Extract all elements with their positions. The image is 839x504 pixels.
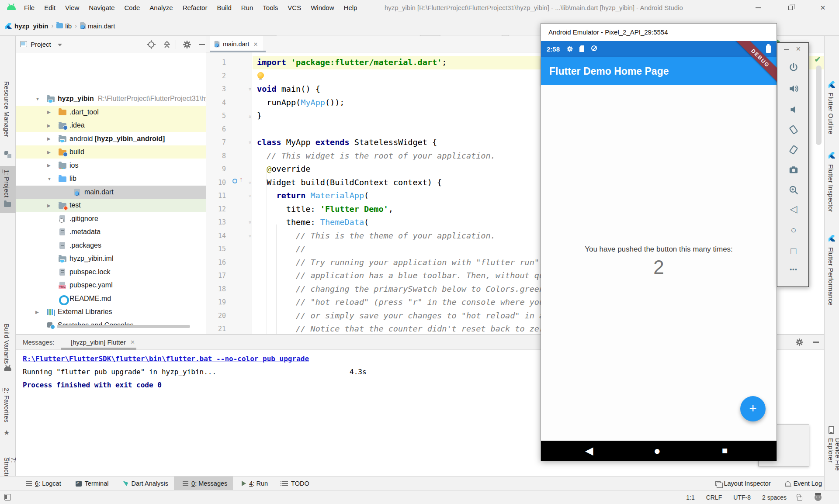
code-line-9[interactable]: @override bbox=[257, 162, 311, 176]
tree-row-readme-md[interactable]: README.md bbox=[16, 292, 206, 305]
toolwindow-button-todo[interactable]: TODO bbox=[274, 476, 315, 490]
more-options-button[interactable]: ••• bbox=[788, 264, 799, 275]
code-line-8[interactable]: // This widget is the root of your appli… bbox=[257, 149, 496, 163]
window-minimize-button[interactable] bbox=[748, 0, 768, 16]
override-method-icon[interactable] bbox=[232, 179, 237, 183]
code-line-4[interactable]: runApp(MyApp()); bbox=[257, 96, 345, 110]
status-2-spaces[interactable]: 2 spaces bbox=[762, 494, 787, 501]
fold-marker-icon[interactable]: ▵ bbox=[247, 109, 253, 123]
toolwindow-button-terminal[interactable]: Terminal bbox=[67, 476, 114, 490]
menu-edit[interactable]: Edit bbox=[39, 0, 60, 16]
tree-closed-arrow-icon[interactable]: ▶ bbox=[47, 150, 59, 155]
window-restore-button[interactable] bbox=[780, 0, 801, 16]
menu-analyze[interactable]: Analyze bbox=[145, 0, 177, 16]
code-line-20[interactable]: // or simply save your changes to "hot r… bbox=[257, 309, 544, 323]
panel-minimize-icon[interactable] bbox=[784, 49, 789, 50]
code-line-14[interactable]: // This is the theme of your application… bbox=[257, 229, 496, 243]
volume-down-button[interactable] bbox=[788, 104, 799, 115]
unlocked-icon[interactable] bbox=[797, 497, 802, 501]
hide-panel-icon[interactable] bbox=[813, 342, 819, 343]
status-1-1[interactable]: 1:1 bbox=[686, 494, 694, 501]
tree-open-arrow-icon[interactable]: ▼ bbox=[47, 176, 59, 181]
code-line-1[interactable]: import 'package:flutter/material.dart'; bbox=[257, 56, 447, 69]
rotate-left-button[interactable] bbox=[788, 124, 799, 135]
tool-button-flutter-inspector[interactable]: Flutter Inspector bbox=[827, 164, 834, 212]
tree-row-test[interactable]: ▶test bbox=[16, 199, 206, 212]
code-line-12[interactable]: title: 'Flutter Demo', bbox=[257, 203, 393, 216]
breadcrumb-file[interactable]: main.dart bbox=[88, 22, 115, 30]
tree-row-pubspec-lock[interactable]: pubspec.lock bbox=[16, 266, 206, 279]
tree-row-build[interactable]: ▶build bbox=[16, 145, 206, 159]
fold-marker-icon[interactable]: ▿ bbox=[247, 216, 253, 229]
fold-marker-icon[interactable]: ▿ bbox=[247, 83, 253, 96]
code-line-16[interactable]: // Try running your application with "fl… bbox=[257, 256, 544, 269]
code-line-3[interactable]: void main() { bbox=[257, 83, 320, 96]
tree-row-main-dart[interactable]: main.dart bbox=[16, 186, 206, 199]
toolwindow-toggle-icon[interactable] bbox=[4, 494, 11, 501]
gear-icon[interactable] bbox=[795, 338, 804, 348]
toolwindow-button-0-messages[interactable]: 0: Messages bbox=[174, 476, 233, 490]
code-line-7[interactable]: class MyApp extends StatelessWidget { bbox=[257, 136, 437, 149]
overview-button[interactable]: □ bbox=[788, 245, 799, 257]
tool-button-flutter-performance[interactable]: Flutter Performance bbox=[827, 247, 834, 306]
tree-row-packages[interactable]: .packages bbox=[16, 239, 206, 252]
tool-button-flutter-outline[interactable]: Flutter Outline bbox=[827, 93, 834, 135]
tree-row-pubspec-yaml[interactable]: pubspec.yaml bbox=[16, 279, 206, 292]
menu-code[interactable]: Code bbox=[119, 0, 145, 16]
tree-row-hyzp-yibin[interactable]: ▼hyzp_yibinR:\FlutterProject\FlutterProj… bbox=[16, 92, 206, 105]
intention-bulb-icon[interactable] bbox=[257, 72, 264, 79]
menu-tools[interactable]: Tools bbox=[258, 0, 283, 16]
inspections-ok-check-icon[interactable]: ✔ bbox=[815, 55, 821, 64]
tree-closed-arrow-icon[interactable]: ▶ bbox=[47, 110, 59, 114]
nav-recents-button[interactable]: ■ bbox=[722, 441, 728, 461]
rotate-right-button[interactable] bbox=[788, 144, 799, 155]
breadcrumb-project[interactable]: hyzp_yibin bbox=[14, 22, 49, 30]
panel-close-icon[interactable]: ✕ bbox=[796, 45, 801, 52]
ide-status-icon[interactable] bbox=[815, 494, 822, 501]
toolwindow-button-dart-analysis[interactable]: Dart Analysis bbox=[114, 476, 174, 490]
tab-close-icon[interactable]: ✕ bbox=[253, 41, 258, 48]
editor-tab-main-dart[interactable]: main.dart ✕ bbox=[210, 36, 263, 52]
menu-window[interactable]: Window bbox=[306, 0, 339, 16]
code-line-17[interactable]: // application has a blue toolbar. Then,… bbox=[257, 269, 544, 283]
toolwindow-button-layout-inspector[interactable]: Layout Inspector bbox=[707, 476, 776, 490]
back-button[interactable]: ◁ bbox=[788, 204, 799, 215]
tree-closed-arrow-icon[interactable]: ▶ bbox=[47, 163, 59, 168]
tree-closed-arrow-icon[interactable]: ▶ bbox=[47, 123, 59, 128]
tree-row-hyzp-yibin-iml[interactable]: hyzp_yibin.iml bbox=[16, 252, 206, 265]
toolwindow-button-4-run[interactable]: 4: Run bbox=[233, 476, 274, 490]
menu-view[interactable]: View bbox=[60, 0, 84, 16]
emulator-title-bar[interactable]: Android Emulator - Pixel_2_API_29:5554 bbox=[541, 24, 777, 41]
tree-closed-arrow-icon[interactable]: ▶ bbox=[47, 203, 59, 208]
nav-back-button[interactable]: ◀ bbox=[585, 441, 593, 461]
fold-marker-icon[interactable]: ▿ bbox=[247, 176, 253, 190]
code-line-11[interactable]: return MaterialApp( bbox=[257, 189, 369, 203]
tool-button-resource-manager[interactable]: Resource Manager bbox=[3, 81, 10, 137]
tree-closed-arrow-icon[interactable]: ▶ bbox=[47, 136, 59, 141]
menu-run[interactable]: Run bbox=[236, 0, 258, 16]
power-button[interactable] bbox=[788, 62, 799, 73]
code-line-5[interactable]: } bbox=[257, 109, 262, 123]
nav-home-button[interactable]: ● bbox=[654, 441, 661, 461]
code-line-18[interactable]: // changing the primarySwatch below to C… bbox=[257, 283, 544, 296]
code-line-19[interactable]: // "hot reload" (press "r" in the consol… bbox=[257, 296, 544, 309]
floating-action-button[interactable]: + bbox=[740, 396, 766, 421]
tree-row-gitignore[interactable]: .gitignore bbox=[16, 212, 206, 225]
tab-close-icon[interactable]: ✕ bbox=[130, 339, 135, 345]
toolwindow-button-6-logcat[interactable]: 6: Logcat bbox=[17, 476, 67, 490]
menu-file[interactable]: File bbox=[19, 0, 39, 16]
tool-button-favorites[interactable]: 2: Favorites bbox=[3, 388, 10, 422]
tool-button-build-variants[interactable]: Build Variants bbox=[3, 324, 10, 364]
fold-marker-icon[interactable]: ▿ bbox=[247, 229, 253, 243]
window-close-button[interactable]: ✕ bbox=[813, 0, 833, 16]
breadcrumb-folder[interactable]: lib bbox=[65, 22, 72, 30]
menu-help[interactable]: Help bbox=[339, 0, 362, 16]
zoom-button[interactable] bbox=[788, 184, 799, 196]
tree-row-metadata[interactable]: .metadata bbox=[16, 225, 206, 238]
menu-refactor[interactable]: Refactor bbox=[178, 0, 212, 16]
tree-row-android[interactable]: ▶android[hyzp_yibin_android] bbox=[16, 132, 206, 145]
status-utf-8[interactable]: UTF-8 bbox=[733, 494, 751, 501]
tree-row-external-libraries[interactable]: ▶External Libraries bbox=[16, 305, 206, 318]
tree-closed-arrow-icon[interactable]: ▶ bbox=[35, 310, 47, 314]
fold-marker-icon[interactable]: ▿ bbox=[247, 189, 253, 203]
